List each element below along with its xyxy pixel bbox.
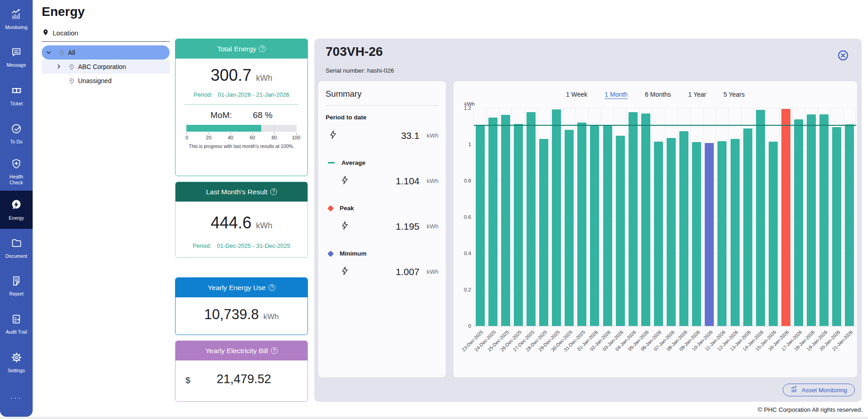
- pin-icon: [65, 77, 78, 84]
- period-to-date-label: Period to date: [326, 114, 439, 121]
- peak-marker: [327, 205, 334, 211]
- pin-icon: [55, 49, 68, 56]
- chart-bar[interactable]: [629, 112, 638, 326]
- chart-bar[interactable]: [476, 126, 485, 326]
- chart-column: [741, 108, 754, 326]
- yearly-use-value: 10,739.8: [204, 306, 259, 323]
- tab-1-month[interactable]: 1 Month: [605, 91, 628, 98]
- chart-bar[interactable]: [539, 139, 548, 326]
- chart-bar[interactable]: [807, 114, 816, 326]
- sidebar-more-button[interactable]: ···: [0, 394, 33, 401]
- device-name: 703VH-26: [326, 44, 383, 59]
- sidebar-item-document[interactable]: Document: [0, 229, 33, 267]
- copyright-text: © PHC Corporation All rights reserved.: [758, 406, 863, 413]
- mom-progress-bar: [186, 125, 297, 132]
- chart-bar[interactable]: [616, 136, 625, 326]
- location-panel: Location All ABC Corporation: [42, 28, 170, 88]
- bottom-strip: [0, 417, 868, 419]
- chart-bar[interactable]: [577, 123, 586, 326]
- monitoring-icon: [10, 8, 23, 22]
- chart-bar[interactable]: [692, 142, 701, 326]
- divider: [326, 105, 439, 106]
- sidebar-item-report[interactable]: Report: [0, 267, 33, 305]
- chart-column: [551, 108, 563, 326]
- chart-column: [754, 108, 767, 326]
- help-icon[interactable]: ?: [271, 347, 278, 354]
- y-axis-ticks: 1.210.80.60.40.20: [456, 108, 471, 326]
- chart-bar[interactable]: [565, 130, 574, 326]
- sidebar-item-todo[interactable]: To Do: [0, 114, 33, 153]
- tree-item-all[interactable]: All: [42, 45, 170, 59]
- chart-bar[interactable]: [731, 139, 740, 326]
- chart-bar[interactable]: [769, 142, 778, 326]
- yearly-bill-card-header: Yearly Electricity Bill ?: [176, 341, 307, 360]
- minimum-value: 1.007: [350, 266, 419, 277]
- chart-bars: [474, 108, 856, 326]
- chart-bar[interactable]: [527, 112, 536, 326]
- total-energy-card: Total Energy ? 300.7 kWh Period: 01-Jan-…: [175, 39, 308, 176]
- tab-5-years[interactable]: 5 Years: [723, 91, 745, 98]
- y-tick-label: 0.2: [464, 287, 471, 292]
- bolt-icon: [328, 130, 338, 141]
- ticket-icon: [10, 84, 23, 99]
- help-icon[interactable]: ?: [259, 45, 266, 52]
- close-icon[interactable]: [837, 49, 849, 61]
- sidebar-item-ticket[interactable]: Ticket: [0, 76, 33, 114]
- peak-label: Peak: [340, 205, 354, 212]
- sidebar-item-audit-trail[interactable]: Audit Trail: [0, 305, 33, 343]
- chart-bar[interactable]: [590, 126, 599, 326]
- chart-bar[interactable]: [488, 118, 497, 326]
- chart-bar[interactable]: [705, 143, 714, 326]
- sidebar-item-energy[interactable]: Energy: [0, 191, 33, 229]
- chart-bar[interactable]: [819, 114, 829, 326]
- chart-column: [499, 108, 512, 326]
- chevron-right-icon[interactable]: [52, 64, 65, 69]
- sidebar-item-monitoring[interactable]: Monitoring: [0, 0, 33, 38]
- chart-column: [487, 108, 499, 326]
- chart-bar[interactable]: [756, 110, 765, 326]
- total-energy-unit: kWh: [256, 74, 273, 83]
- chart-bar[interactable]: [794, 119, 803, 326]
- asset-monitoring-button[interactable]: Asset Monitoring: [783, 384, 855, 396]
- period-value: 01-Dec-2025 - 31-Dec-2025: [217, 242, 290, 249]
- chart-bar[interactable]: [667, 138, 676, 326]
- chart-bar[interactable]: [679, 131, 688, 326]
- tree-item-unassigned[interactable]: Unassigned: [42, 74, 170, 88]
- chart-bar[interactable]: [654, 142, 663, 326]
- chart-bar[interactable]: [641, 113, 650, 326]
- help-icon[interactable]: ?: [268, 284, 275, 291]
- sidebar-item-settings[interactable]: Settings: [0, 343, 33, 381]
- last-month-result-card: Last Month's Result ? 444.6 kWh Period: …: [175, 182, 308, 258]
- tab-6-months[interactable]: 6 Months: [645, 91, 671, 98]
- last-month-value: 444.6: [210, 213, 251, 232]
- tab-1-year[interactable]: 1 Year: [688, 91, 706, 98]
- chart-bar[interactable]: [845, 124, 854, 326]
- chart-bar[interactable]: [514, 124, 523, 326]
- sidebar-item-message[interactable]: Message: [0, 38, 33, 76]
- summary-title: Summary: [326, 89, 439, 99]
- total-energy-value: 300.7: [210, 66, 251, 85]
- minimum-marker: [327, 250, 334, 256]
- device-serial: Serial number: hashi-026: [326, 67, 394, 74]
- chart-bar[interactable]: [717, 141, 727, 326]
- chart-column: [729, 108, 741, 326]
- chart-bar[interactable]: [743, 128, 752, 326]
- mom-progress-fill: [186, 125, 261, 132]
- yearly-electricity-bill-card: Yearly Electricity Bill ? $ 21,479.52: [175, 340, 308, 402]
- chart-bar[interactable]: [552, 109, 561, 326]
- help-icon[interactable]: ?: [270, 188, 277, 195]
- sidebar-item-health-check[interactable]: Health Check: [0, 153, 33, 191]
- y-tick-label: 1: [468, 142, 471, 147]
- bolt-icon: [340, 221, 350, 232]
- tab-1-week[interactable]: 1 Week: [566, 91, 587, 98]
- minimum-label: Minimum: [340, 250, 366, 257]
- chart-bar[interactable]: [501, 115, 510, 326]
- chart-column: [678, 108, 691, 326]
- tree-item-abc-corporation[interactable]: ABC Corporation: [42, 59, 170, 74]
- chart-bar[interactable]: [603, 126, 612, 326]
- chart-column: [703, 108, 716, 326]
- chart-bar[interactable]: [832, 127, 841, 326]
- chart-column: [665, 108, 678, 326]
- chevron-down-icon[interactable]: [42, 49, 55, 55]
- chart-bar[interactable]: [781, 109, 790, 326]
